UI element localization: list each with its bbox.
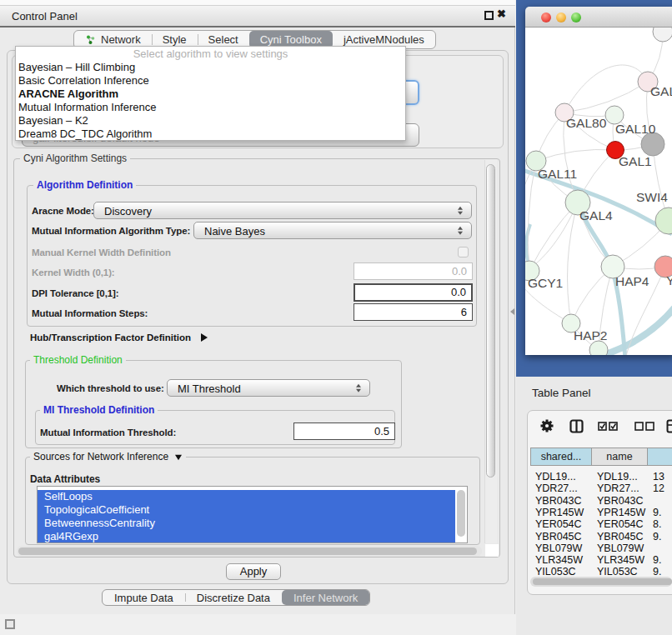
node-label: GCY1 — [528, 276, 563, 290]
window-top-strip — [0, 0, 515, 6]
table-row[interactable]: YPR145WYPR145W9. — [530, 507, 672, 518]
panel-resize-arrow[interactable] — [510, 308, 514, 315]
network-node-swi4[interactable] — [655, 208, 672, 234]
checked-boxes-icon[interactable] — [598, 422, 618, 431]
which-threshold-label: Which threshold to use: — [57, 383, 164, 393]
table-icon[interactable] — [666, 419, 672, 433]
mi-steps-field[interactable]: 6 — [354, 303, 473, 321]
table-cell: YBL079W — [592, 542, 648, 554]
tab-label: Style — [163, 33, 187, 46]
combo-arrows-icon — [458, 226, 464, 235]
bottom-tab-discretize-data[interactable]: Discretize Data — [185, 590, 282, 605]
table-cell: YLR345W — [592, 554, 648, 566]
sources-group-title[interactable]: Sources for Network Inference — [30, 451, 186, 462]
apply-button[interactable]: Apply — [226, 563, 281, 580]
minimize-traffic-light[interactable] — [556, 12, 566, 22]
kernel-width-field[interactable]: 0.0 — [354, 262, 473, 280]
node-label: GAL80 — [566, 116, 607, 130]
minimized-panel-icon[interactable] — [5, 619, 15, 629]
table-cell: 9. — [648, 531, 672, 542]
table-row[interactable]: YBR045CYBR045C9. — [530, 531, 672, 542]
node-label: GAL — [650, 84, 672, 98]
algorithm-option[interactable]: Bayesian – Hill Climbing — [16, 61, 405, 74]
table-cell: YDR27... — [530, 482, 592, 494]
network-edge — [564, 82, 648, 112]
algorithm-option[interactable]: Dream8 DC_TDC Algorithm — [16, 128, 405, 141]
hub-definition-row[interactable]: Hub/Transcription Factor Definition — [30, 332, 208, 342]
table-row[interactable]: YER054CYER054C8. — [530, 518, 672, 530]
table-row[interactable]: YDR27...YDR27...12 — [530, 482, 672, 494]
network-canvas[interactable]: GALGAL80GAL10GAL1GAL11GAL4SWI4HAP4YGCY1H… — [525, 28, 672, 355]
node-label: Y — [666, 273, 672, 288]
attribute-item[interactable]: gal4RGexp — [38, 530, 455, 543]
algorithm-option[interactable]: Bayesian – K2 — [16, 114, 405, 128]
unchecked-boxes-icon[interactable] — [634, 422, 654, 431]
network-node[interactable] — [641, 132, 664, 156]
mi-type-combo[interactable]: Naive Bayes — [193, 222, 472, 239]
table-row[interactable]: YBR043CYBR043C — [530, 495, 672, 507]
dropdown-prompt: Select algorithm to view settings — [16, 47, 405, 61]
which-threshold-combo[interactable]: MI Threshold — [167, 379, 370, 397]
column-header[interactable] — [647, 448, 672, 466]
node-label: GAL10 — [615, 122, 656, 136]
list-scrollbar[interactable] — [457, 490, 465, 537]
collapse-arrow-icon[interactable] — [175, 455, 182, 460]
table-cell: YBL079W — [530, 542, 592, 554]
aracne-mode-label: Aracne Mode: — [32, 206, 94, 216]
network-node[interactable] — [653, 28, 672, 42]
network-node[interactable] — [589, 341, 608, 355]
aracne-mode-combo[interactable]: Discovery — [93, 202, 472, 219]
data-attributes-label: Data Attributes — [30, 473, 100, 485]
table-panel-title: Table Panel — [532, 387, 591, 399]
close-icon[interactable]: ✖ — [497, 8, 506, 20]
float-window-icon[interactable] — [484, 11, 494, 20]
node-label: HAP2 — [574, 328, 608, 342]
algorithm-dropdown-popup: Select algorithm to view settings Bayesi… — [15, 46, 406, 141]
settings-vscrollbar-thumb[interactable] — [486, 164, 495, 478]
algorithm-option[interactable]: Mutual Information Inference — [16, 101, 405, 114]
network-tab-icon — [85, 34, 96, 45]
bottom-tab-infer-network[interactable]: Infer Network — [282, 590, 369, 605]
network-graph: GALGAL80GAL10GAL1GAL11GAL4SWI4HAP4YGCY1H… — [525, 28, 672, 355]
table-row[interactable]: YDL19...YDL19...13 — [530, 471, 672, 482]
node-label: GAL11 — [538, 167, 577, 181]
table-cell: YBR045C — [592, 531, 648, 542]
mi-threshold-field[interactable]: 0.5 — [293, 422, 395, 440]
attribute-item[interactable]: SelfLoops — [38, 490, 455, 503]
mi-threshold-label: Mutual Information Threshold: — [40, 428, 176, 438]
bottom-tabbar: Impute DataDiscretize DataInfer Network — [102, 589, 370, 606]
zoom-traffic-light[interactable] — [571, 12, 581, 22]
network-edge — [536, 149, 615, 161]
column-header[interactable]: shared... — [530, 448, 592, 466]
table-row[interactable]: YBL079WYBL079W — [530, 542, 672, 554]
control-panel-titlebar: Control Panel — [0, 6, 515, 28]
control-panel-window: Control Panel ✖ NetworkStyleSelectCyni T… — [0, 0, 515, 614]
combo-arrows-icon — [458, 206, 464, 215]
table-cell: YDL19... — [592, 471, 648, 482]
gear-icon[interactable] — [539, 418, 554, 433]
combo-arrows-icon — [356, 383, 363, 392]
expand-arrow-icon[interactable] — [201, 333, 208, 342]
columns-icon[interactable] — [569, 419, 584, 433]
bottom-tab-impute-data[interactable]: Impute Data — [103, 590, 185, 605]
hub-definition-label[interactable]: Hub/Transcription Factor Definition — [30, 332, 191, 342]
settings-hscrollbar-thumb[interactable] — [18, 548, 477, 555]
data-attributes-list[interactable]: SelfLoopsTopologicalCoefficientBetweenne… — [37, 486, 468, 543]
close-traffic-light[interactable] — [541, 12, 551, 22]
mi-threshold-group-title: MI Threshold Definition — [40, 404, 158, 416]
tab-label: Cyni Toolbox — [260, 33, 322, 46]
table-cell: 12 — [648, 482, 672, 494]
settings-group-title: Cyni Algorithm Settings — [20, 152, 130, 164]
attribute-item[interactable]: BetweennessCentrality — [38, 517, 455, 530]
manual-kernel-checkbox[interactable] — [458, 247, 469, 258]
mi-type-label: Mutual Information Algorithm Type: — [32, 226, 190, 236]
column-header[interactable]: name — [591, 448, 648, 466]
algorithm-option[interactable]: Basic Correlation Inference — [16, 74, 405, 88]
tab-label: Network — [101, 33, 141, 46]
table-hscrollbar-thumb[interactable] — [533, 578, 672, 585]
table-row[interactable]: YLR345WYLR345W9. — [530, 554, 672, 566]
dpi-tolerance-field[interactable]: 0.0 — [354, 283, 473, 302]
table-cell: 9. — [648, 507, 672, 518]
attribute-item[interactable]: TopologicalCoefficient — [38, 503, 455, 517]
algorithm-option[interactable]: ARACNE Algorithm — [16, 88, 405, 101]
